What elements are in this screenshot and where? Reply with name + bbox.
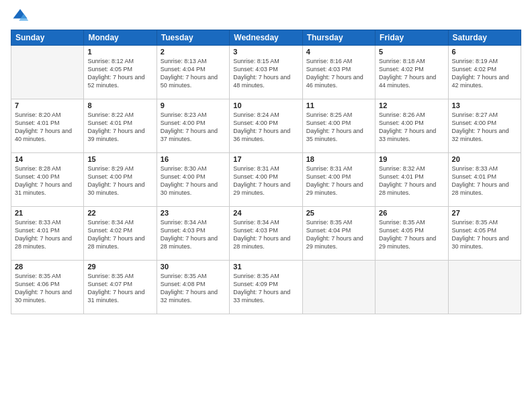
day-info: Sunrise: 8:27 AM Sunset: 4:00 PM Dayligh…: [452, 111, 517, 144]
calendar-cell: 5Sunrise: 8:18 AM Sunset: 4:02 PM Daylig…: [375, 46, 448, 99]
day-info: Sunrise: 8:35 AM Sunset: 4:04 PM Dayligh…: [306, 218, 371, 251]
day-number: 10: [233, 101, 298, 109]
day-info: Sunrise: 8:20 AM Sunset: 4:01 PM Dayligh…: [15, 111, 80, 144]
day-info: Sunrise: 8:24 AM Sunset: 4:00 PM Dayligh…: [233, 111, 298, 144]
weekday-header-sunday: Sunday: [11, 30, 84, 46]
calendar-cell: 12Sunrise: 8:26 AM Sunset: 4:00 PM Dayli…: [375, 99, 448, 153]
day-info: Sunrise: 8:34 AM Sunset: 4:02 PM Dayligh…: [87, 218, 152, 251]
day-number: 30: [161, 263, 226, 271]
day-number: 1: [87, 48, 152, 56]
day-info: Sunrise: 8:34 AM Sunset: 4:03 PM Dayligh…: [161, 218, 226, 251]
day-number: 15: [87, 155, 152, 163]
calendar-cell: 23Sunrise: 8:34 AM Sunset: 4:03 PM Dayli…: [157, 207, 229, 261]
day-info: Sunrise: 8:29 AM Sunset: 4:00 PM Dayligh…: [87, 165, 152, 197]
day-number: 22: [87, 209, 152, 217]
calendar-cell: 31Sunrise: 8:35 AM Sunset: 4:09 PM Dayli…: [230, 261, 302, 314]
calendar-cell: 3Sunrise: 8:15 AM Sunset: 4:03 PM Daylig…: [230, 46, 302, 99]
calendar-cell: 30Sunrise: 8:35 AM Sunset: 4:08 PM Dayli…: [157, 261, 229, 314]
day-number: 2: [161, 48, 226, 56]
calendar-cell: 15Sunrise: 8:29 AM Sunset: 4:00 PM Dayli…: [84, 153, 157, 207]
day-info: Sunrise: 8:35 AM Sunset: 4:05 PM Dayligh…: [452, 218, 517, 251]
logo: [11, 7, 32, 26]
calendar-cell: 27Sunrise: 8:35 AM Sunset: 4:05 PM Dayli…: [448, 207, 521, 261]
weekday-header-thursday: Thursday: [302, 30, 375, 46]
weekday-header-row: SundayMondayTuesdayWednesdayThursdayFrid…: [11, 30, 521, 46]
calendar-cell: 1Sunrise: 8:12 AM Sunset: 4:05 PM Daylig…: [84, 46, 157, 99]
calendar-cell: 6Sunrise: 8:19 AM Sunset: 4:02 PM Daylig…: [448, 46, 521, 99]
day-number: 3: [233, 48, 298, 56]
calendar-cell: 21Sunrise: 8:33 AM Sunset: 4:01 PM Dayli…: [11, 207, 84, 261]
weekday-header-tuesday: Tuesday: [157, 30, 229, 46]
day-info: Sunrise: 8:22 AM Sunset: 4:01 PM Dayligh…: [87, 111, 152, 144]
calendar-cell: 26Sunrise: 8:35 AM Sunset: 4:05 PM Dayli…: [375, 207, 448, 261]
day-info: Sunrise: 8:18 AM Sunset: 4:02 PM Dayligh…: [379, 57, 444, 90]
calendar-cell: 20Sunrise: 8:33 AM Sunset: 4:01 PM Dayli…: [448, 153, 521, 207]
day-number: 19: [379, 155, 444, 163]
day-info: Sunrise: 8:25 AM Sunset: 4:00 PM Dayligh…: [306, 111, 371, 144]
day-number: 23: [161, 209, 226, 217]
day-info: Sunrise: 8:31 AM Sunset: 4:00 PM Dayligh…: [306, 165, 371, 197]
calendar-cell: 25Sunrise: 8:35 AM Sunset: 4:04 PM Dayli…: [302, 207, 375, 261]
day-number: 16: [161, 155, 226, 163]
day-info: Sunrise: 8:19 AM Sunset: 4:02 PM Dayligh…: [452, 57, 517, 90]
weekday-header-wednesday: Wednesday: [230, 30, 302, 46]
day-info: Sunrise: 8:35 AM Sunset: 4:08 PM Dayligh…: [161, 272, 226, 305]
page: SundayMondayTuesdayWednesdayThursdayFrid…: [0, 0, 532, 411]
calendar-cell: 7Sunrise: 8:20 AM Sunset: 4:01 PM Daylig…: [11, 99, 84, 153]
calendar-cell: 13Sunrise: 8:27 AM Sunset: 4:00 PM Dayli…: [448, 99, 521, 153]
day-number: 18: [306, 155, 371, 163]
day-number: 26: [379, 209, 444, 217]
day-info: Sunrise: 8:15 AM Sunset: 4:03 PM Dayligh…: [233, 57, 298, 90]
week-row-1: 1Sunrise: 8:12 AM Sunset: 4:05 PM Daylig…: [11, 46, 521, 99]
calendar-cell: 2Sunrise: 8:13 AM Sunset: 4:04 PM Daylig…: [157, 46, 229, 99]
week-row-2: 7Sunrise: 8:20 AM Sunset: 4:01 PM Daylig…: [11, 99, 521, 153]
day-info: Sunrise: 8:12 AM Sunset: 4:05 PM Dayligh…: [87, 57, 152, 90]
logo-icon: [11, 7, 30, 26]
calendar-cell: 17Sunrise: 8:31 AM Sunset: 4:00 PM Dayli…: [230, 153, 302, 207]
calendar-cell: 28Sunrise: 8:35 AM Sunset: 4:06 PM Dayli…: [11, 261, 84, 314]
day-info: Sunrise: 8:33 AM Sunset: 4:01 PM Dayligh…: [452, 165, 517, 197]
day-number: 6: [452, 48, 517, 56]
day-info: Sunrise: 8:31 AM Sunset: 4:00 PM Dayligh…: [233, 165, 298, 197]
day-info: Sunrise: 8:26 AM Sunset: 4:00 PM Dayligh…: [379, 111, 444, 144]
day-number: 8: [87, 101, 152, 109]
day-info: Sunrise: 8:13 AM Sunset: 4:04 PM Dayligh…: [161, 57, 226, 90]
day-info: Sunrise: 8:30 AM Sunset: 4:00 PM Dayligh…: [161, 165, 226, 197]
weekday-header-friday: Friday: [375, 30, 448, 46]
calendar-cell: [302, 261, 375, 314]
header: [11, 7, 521, 26]
day-number: 9: [161, 101, 226, 109]
day-number: 24: [233, 209, 298, 217]
day-number: 14: [15, 155, 80, 163]
day-number: 25: [306, 209, 371, 217]
day-info: Sunrise: 8:16 AM Sunset: 4:03 PM Dayligh…: [306, 57, 371, 90]
calendar-cell: 22Sunrise: 8:34 AM Sunset: 4:02 PM Dayli…: [84, 207, 157, 261]
calendar-cell: 18Sunrise: 8:31 AM Sunset: 4:00 PM Dayli…: [302, 153, 375, 207]
day-number: 31: [233, 263, 298, 271]
weekday-header-saturday: Saturday: [448, 30, 521, 46]
calendar-cell: 16Sunrise: 8:30 AM Sunset: 4:00 PM Dayli…: [157, 153, 229, 207]
calendar-cell: [11, 46, 84, 99]
day-number: 11: [306, 101, 371, 109]
week-row-4: 21Sunrise: 8:33 AM Sunset: 4:01 PM Dayli…: [11, 207, 521, 261]
calendar: SundayMondayTuesdayWednesdayThursdayFrid…: [11, 30, 521, 314]
day-info: Sunrise: 8:32 AM Sunset: 4:01 PM Dayligh…: [379, 165, 444, 197]
calendar-cell: 9Sunrise: 8:23 AM Sunset: 4:00 PM Daylig…: [157, 99, 229, 153]
day-info: Sunrise: 8:35 AM Sunset: 4:09 PM Dayligh…: [233, 272, 298, 305]
day-number: 21: [15, 209, 80, 217]
calendar-cell: [375, 261, 448, 314]
calendar-cell: 14Sunrise: 8:28 AM Sunset: 4:00 PM Dayli…: [11, 153, 84, 207]
calendar-cell: 24Sunrise: 8:34 AM Sunset: 4:03 PM Dayli…: [230, 207, 302, 261]
weekday-header-monday: Monday: [84, 30, 157, 46]
calendar-cell: 10Sunrise: 8:24 AM Sunset: 4:00 PM Dayli…: [230, 99, 302, 153]
day-info: Sunrise: 8:23 AM Sunset: 4:00 PM Dayligh…: [161, 111, 226, 144]
calendar-cell: 4Sunrise: 8:16 AM Sunset: 4:03 PM Daylig…: [302, 46, 375, 99]
day-info: Sunrise: 8:33 AM Sunset: 4:01 PM Dayligh…: [15, 218, 80, 251]
day-info: Sunrise: 8:35 AM Sunset: 4:07 PM Dayligh…: [87, 272, 152, 305]
day-number: 27: [452, 209, 517, 217]
week-row-3: 14Sunrise: 8:28 AM Sunset: 4:00 PM Dayli…: [11, 153, 521, 207]
day-info: Sunrise: 8:35 AM Sunset: 4:05 PM Dayligh…: [379, 218, 444, 251]
day-info: Sunrise: 8:28 AM Sunset: 4:00 PM Dayligh…: [15, 165, 80, 197]
day-number: 7: [15, 101, 80, 109]
day-number: 28: [15, 263, 80, 271]
